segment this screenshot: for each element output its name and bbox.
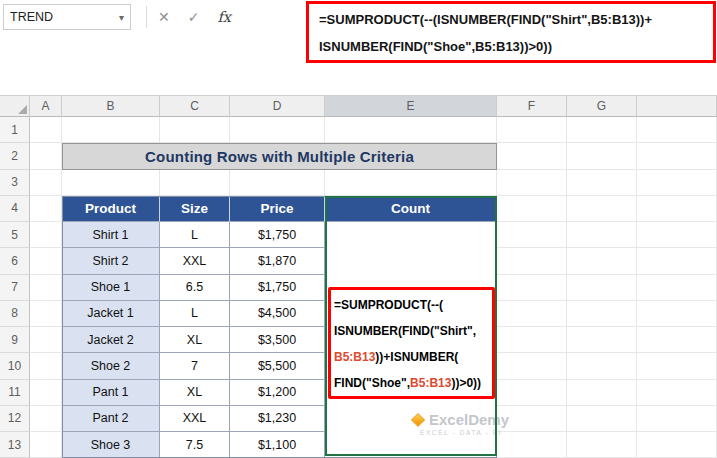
cell-C6[interactable]: XXL <box>160 248 230 274</box>
cell-D3[interactable] <box>230 170 325 196</box>
select-all-button[interactable] <box>0 95 30 117</box>
worksheet-title-cell[interactable]: Counting Rows with Multiple Criteria <box>62 143 497 169</box>
cell-F13[interactable] <box>497 432 567 458</box>
cell-G3[interactable] <box>567 170 637 196</box>
column-header-F[interactable]: F <box>497 95 567 117</box>
cell-B5[interactable]: Shirt 1 <box>62 222 160 248</box>
cell-A10[interactable] <box>30 353 62 379</box>
cell-F9[interactable] <box>497 327 567 353</box>
cell-G8[interactable] <box>567 301 637 327</box>
cell-A3[interactable] <box>30 170 62 196</box>
row-header-12[interactable]: 12 <box>0 406 30 432</box>
cell-H12[interactable] <box>637 406 717 432</box>
cell-D9[interactable]: $3,500 <box>230 327 325 353</box>
cell-D11[interactable]: $1,200 <box>230 380 325 406</box>
row-header-11[interactable]: 11 <box>0 380 30 406</box>
cell-D7[interactable]: $1,750 <box>230 275 325 301</box>
cell-G6[interactable] <box>567 248 637 274</box>
column-header-D[interactable]: D <box>230 95 325 117</box>
cell-F12[interactable] <box>497 406 567 432</box>
cell-D1[interactable] <box>230 117 325 143</box>
cell-G7[interactable] <box>567 275 637 301</box>
cell-F7[interactable] <box>497 275 567 301</box>
cell-F8[interactable] <box>497 301 567 327</box>
cancel-icon[interactable]: ✕ <box>158 9 170 25</box>
cell-G9[interactable] <box>567 327 637 353</box>
cell-A13[interactable] <box>30 432 62 458</box>
cell-D8[interactable]: $4,500 <box>230 301 325 327</box>
row-header-4[interactable]: 4 <box>0 196 30 222</box>
cell-H4[interactable] <box>637 196 717 222</box>
cell-C10[interactable]: 7 <box>160 353 230 379</box>
cell-F2[interactable] <box>497 143 567 169</box>
cell-G10[interactable] <box>567 353 637 379</box>
column-header-G[interactable]: G <box>567 95 637 117</box>
cell-C12[interactable]: XXL <box>160 406 230 432</box>
cell-H13[interactable] <box>637 432 717 458</box>
cell-D12[interactable]: $1,230 <box>230 406 325 432</box>
cell-C3[interactable] <box>160 170 230 196</box>
cell-A4[interactable] <box>30 196 62 222</box>
cell-B13[interactable]: Shoe 3 <box>62 432 160 458</box>
cell-F1[interactable] <box>497 117 567 143</box>
cell-H10[interactable] <box>637 353 717 379</box>
row-header-5[interactable]: 5 <box>0 222 30 248</box>
cell-D10[interactable]: $5,500 <box>230 353 325 379</box>
insert-function-icon[interactable]: fx <box>217 9 231 25</box>
cell-B12[interactable]: Pant 2 <box>62 406 160 432</box>
cell-A2[interactable] <box>30 143 62 169</box>
name-box-dropdown-icon[interactable]: ▾ <box>111 12 124 23</box>
cell-F10[interactable] <box>497 353 567 379</box>
cell-H3[interactable] <box>637 170 717 196</box>
cell-C13[interactable]: 7.5 <box>160 432 230 458</box>
cell-G2[interactable] <box>567 143 637 169</box>
cell-G5[interactable] <box>567 222 637 248</box>
cell-H5[interactable] <box>637 222 717 248</box>
table-header-count[interactable]: Count <box>325 196 497 222</box>
cell-F5[interactable] <box>497 222 567 248</box>
formula-bar-input[interactable]: =SUMPRODUCT(--(ISNUMBER(FIND("Shirt",B5:… <box>306 1 716 63</box>
cell-D13[interactable]: $1,100 <box>230 432 325 458</box>
table-header-size[interactable]: Size <box>160 196 230 222</box>
cell-H9[interactable] <box>637 327 717 353</box>
column-header-C[interactable]: C <box>160 95 230 117</box>
table-header-product[interactable]: Product <box>62 196 160 222</box>
cell-A11[interactable] <box>30 380 62 406</box>
cell-B7[interactable]: Shoe 1 <box>62 275 160 301</box>
row-header-3[interactable]: 3 <box>0 170 30 196</box>
column-header-B[interactable]: B <box>62 95 160 117</box>
cell-A1[interactable] <box>30 117 62 143</box>
cell-G4[interactable] <box>567 196 637 222</box>
cell-C9[interactable]: XL <box>160 327 230 353</box>
cell-B3[interactable] <box>62 170 160 196</box>
cell-A8[interactable] <box>30 301 62 327</box>
cell-B9[interactable]: Jacket 2 <box>62 327 160 353</box>
cell-H11[interactable] <box>637 380 717 406</box>
cell-D6[interactable]: $1,870 <box>230 248 325 274</box>
name-box[interactable]: TREND ▾ <box>3 4 131 30</box>
cell-C11[interactable]: XL <box>160 380 230 406</box>
cell-H7[interactable] <box>637 275 717 301</box>
cell-C5[interactable]: L <box>160 222 230 248</box>
cell-B11[interactable]: Pant 1 <box>62 380 160 406</box>
cell-H8[interactable] <box>637 301 717 327</box>
enter-icon[interactable]: ✓ <box>188 9 200 25</box>
cell-A9[interactable] <box>30 327 62 353</box>
cell-G12[interactable] <box>567 406 637 432</box>
cell-G1[interactable] <box>567 117 637 143</box>
cell-E3[interactable] <box>325 170 497 196</box>
row-header-6[interactable]: 6 <box>0 248 30 274</box>
cell-B1[interactable] <box>62 117 160 143</box>
row-header-10[interactable]: 10 <box>0 353 30 379</box>
cell-A7[interactable] <box>30 275 62 301</box>
row-header-7[interactable]: 7 <box>0 275 30 301</box>
row-header-1[interactable]: 1 <box>0 117 30 143</box>
cell-A5[interactable] <box>30 222 62 248</box>
column-header-A[interactable]: A <box>30 95 62 117</box>
cell-E5-merged[interactable] <box>325 222 497 458</box>
cell-D5[interactable]: $1,750 <box>230 222 325 248</box>
row-header-9[interactable]: 9 <box>0 327 30 353</box>
cell-E1[interactable] <box>325 117 497 143</box>
cell-F3[interactable] <box>497 170 567 196</box>
cell-B6[interactable]: Shirt 2 <box>62 248 160 274</box>
